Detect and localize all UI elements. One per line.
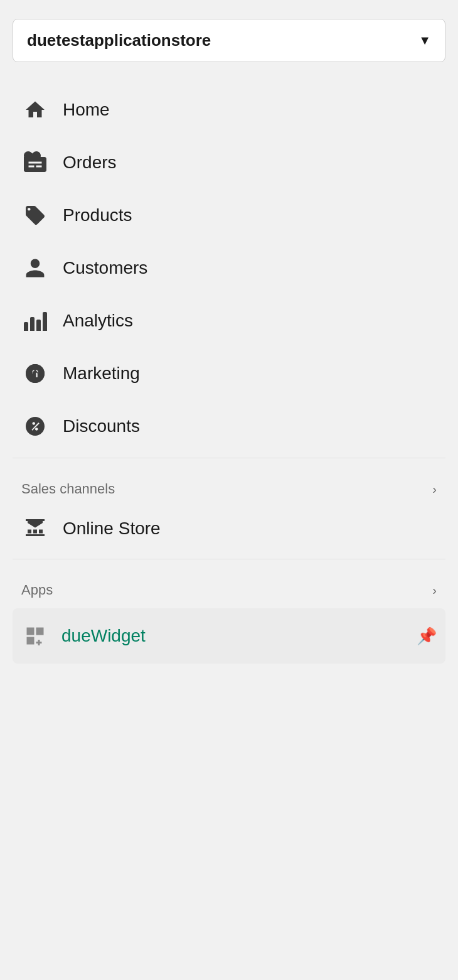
- apps-header[interactable]: Apps ›: [13, 569, 445, 605]
- duewidget-icon: [21, 622, 49, 650]
- sales-channels-title: Sales channels: [21, 481, 115, 497]
- sidebar-item-orders-label: Orders: [63, 153, 117, 173]
- sidebar-item-discounts-label: Discounts: [63, 416, 140, 436]
- home-icon: [21, 96, 49, 124]
- store-name: duetestapplicationstore: [27, 31, 211, 50]
- sidebar-item-analytics-label: Analytics: [63, 311, 133, 331]
- analytics-icon: [21, 307, 49, 335]
- customers-icon: [21, 254, 49, 282]
- sidebar-item-duewidget[interactable]: dueWidget 📌: [13, 608, 445, 664]
- main-nav: Home Orders Products: [13, 85, 445, 451]
- sidebar-item-marketing-label: Marketing: [63, 363, 140, 384]
- apps-chevron-icon: ›: [432, 583, 437, 598]
- sales-channels-chevron-icon: ›: [432, 482, 437, 497]
- orders-icon: [21, 149, 49, 176]
- nav-divider: [13, 458, 445, 458]
- sidebar-item-home-label: Home: [63, 100, 110, 120]
- sidebar-item-products[interactable]: Products: [13, 190, 445, 240]
- sidebar-item-orders[interactable]: Orders: [13, 137, 445, 188]
- sales-channels-header[interactable]: Sales channels ›: [13, 468, 445, 503]
- store-selector[interactable]: duetestapplicationstore ▼: [13, 19, 445, 62]
- app-item-left: dueWidget: [21, 622, 146, 650]
- online-store-icon: [21, 515, 49, 542]
- sidebar-item-customers[interactable]: Customers: [13, 243, 445, 293]
- sidebar-item-analytics[interactable]: Analytics: [13, 296, 445, 346]
- sidebar-item-online-store-label: Online Store: [63, 519, 161, 539]
- sidebar-item-customers-label: Customers: [63, 258, 147, 278]
- chevron-down-icon: ▼: [418, 33, 431, 48]
- discounts-icon: [21, 412, 49, 440]
- apps-title: Apps: [21, 582, 53, 598]
- sidebar-item-discounts[interactable]: Discounts: [13, 401, 445, 451]
- duewidget-label: dueWidget: [61, 626, 146, 646]
- sidebar: duetestapplicationstore ▼ Home Orders: [0, 0, 458, 980]
- sidebar-item-online-store[interactable]: Online Store: [13, 503, 445, 554]
- sidebar-item-products-label: Products: [63, 205, 132, 225]
- channels-divider: [13, 559, 445, 559]
- sidebar-item-home[interactable]: Home: [13, 85, 445, 135]
- sidebar-item-marketing[interactable]: Marketing: [13, 348, 445, 399]
- products-icon: [21, 202, 49, 229]
- pin-icon: 📌: [417, 627, 437, 646]
- marketing-icon: [21, 360, 49, 387]
